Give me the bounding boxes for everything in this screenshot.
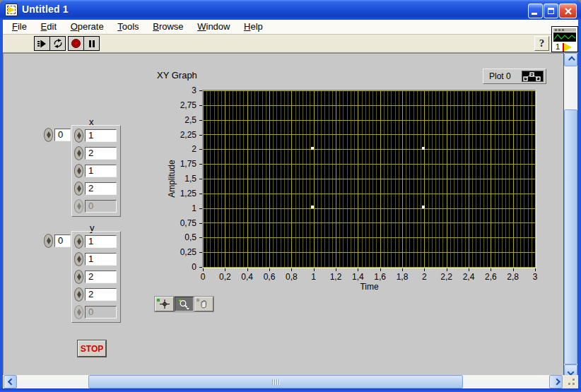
y-element-input[interactable]: 2 bbox=[85, 271, 117, 283]
y-tick-label: 1,75 bbox=[180, 159, 196, 169]
chevron-left-icon bbox=[8, 379, 15, 386]
y-tick-mark bbox=[199, 164, 202, 165]
menu-item-operate[interactable]: Operate bbox=[69, 20, 106, 34]
y-tick-label: 0 bbox=[192, 262, 196, 272]
x-element-spinner[interactable] bbox=[74, 182, 83, 196]
x-element-input[interactable]: 1 bbox=[85, 129, 117, 142]
x-tick-mark bbox=[402, 268, 403, 271]
y-element-input[interactable]: 2 bbox=[85, 288, 117, 301]
scroll-up-button[interactable] bbox=[564, 53, 577, 66]
run-button[interactable] bbox=[34, 36, 50, 51]
x-tick-mark bbox=[203, 268, 204, 271]
data-point-marker bbox=[422, 147, 425, 150]
data-point-marker bbox=[311, 206, 314, 208]
labview-vi-icon[interactable] bbox=[5, 4, 18, 16]
scroll-right-button[interactable] bbox=[549, 375, 563, 388]
abort-icon bbox=[71, 38, 81, 49]
plot-area[interactable] bbox=[203, 90, 536, 268]
x-tick-mark bbox=[491, 268, 491, 271]
x-element-input[interactable]: 2 bbox=[85, 147, 117, 160]
pause-button[interactable] bbox=[83, 36, 100, 51]
y-element-input[interactable]: 1 bbox=[85, 235, 117, 248]
run-continuous-icon bbox=[52, 38, 64, 49]
y-index-input[interactable]: 0 bbox=[54, 234, 71, 247]
chevron-up-icon bbox=[568, 57, 575, 64]
y-tick-mark bbox=[199, 194, 202, 194]
menu-item-tools[interactable]: Tools bbox=[115, 20, 141, 34]
menubar: File Edit Operate Tools Browse Window He… bbox=[3, 20, 578, 35]
x-tick-mark bbox=[358, 268, 358, 271]
scroll-left-button[interactable] bbox=[4, 375, 17, 388]
zoom-tool-button[interactable] bbox=[175, 297, 194, 311]
abort-button[interactable] bbox=[68, 36, 84, 51]
toolbar: ? bbox=[3, 35, 578, 53]
x-tick-label: 1,6 bbox=[374, 272, 386, 282]
cursor-tool-button[interactable] bbox=[155, 297, 174, 311]
menu-item-edit[interactable]: Edit bbox=[39, 20, 59, 34]
menu-item-file[interactable]: File bbox=[10, 20, 29, 34]
x-tick-label: 1,8 bbox=[397, 272, 409, 282]
y-element-input[interactable]: 1 bbox=[85, 253, 117, 266]
x-axis-title: Time bbox=[203, 282, 536, 292]
y-tick-label: 0,75 bbox=[180, 218, 196, 228]
context-help-button[interactable]: ? bbox=[534, 36, 549, 51]
minimize-button[interactable] bbox=[528, 4, 543, 18]
x-element-spinner[interactable] bbox=[74, 146, 83, 160]
maximize-button[interactable] bbox=[544, 4, 558, 18]
y-tick-mark bbox=[199, 252, 202, 253]
y-element-spinner[interactable] bbox=[74, 287, 83, 302]
minimize-icon bbox=[532, 13, 537, 15]
y-element-spinner[interactable] bbox=[74, 252, 83, 266]
run-continuous-button[interactable] bbox=[49, 36, 66, 51]
pause-icon bbox=[88, 40, 96, 48]
xy-graph-label[interactable]: XY Graph bbox=[157, 70, 197, 81]
x-element-spinner[interactable] bbox=[74, 164, 83, 178]
horizontal-scrollbar-thumb[interactable] bbox=[88, 375, 463, 388]
x-element-input[interactable]: 1 bbox=[85, 165, 117, 177]
x-tick-label: 2,2 bbox=[440, 272, 452, 282]
front-panel-icon[interactable]: 1 bbox=[551, 26, 578, 52]
menu-item-browse[interactable]: Browse bbox=[151, 20, 185, 34]
titlebar[interactable]: Untitled 1 bbox=[0, 0, 581, 20]
close-icon bbox=[564, 7, 573, 16]
x-element-input-disabled: 0 bbox=[85, 200, 117, 213]
y-tick-mark bbox=[199, 135, 202, 136]
window-border bbox=[0, 388, 581, 392]
y-axis-title: Amplitude bbox=[167, 160, 177, 197]
x-tick-mark bbox=[247, 268, 248, 271]
stop-button[interactable]: STOP bbox=[78, 340, 106, 357]
y-index-spinner[interactable] bbox=[44, 234, 53, 248]
y-element-spinner[interactable] bbox=[74, 234, 83, 249]
menu-item-help[interactable]: Help bbox=[242, 20, 265, 34]
hand-icon bbox=[199, 299, 210, 309]
x-index-input[interactable]: 0 bbox=[54, 129, 71, 141]
x-element-input[interactable]: 2 bbox=[85, 182, 117, 195]
pan-tool-button[interactable] bbox=[194, 297, 213, 311]
x-tick-label: 2,8 bbox=[507, 272, 519, 282]
maximize-icon bbox=[548, 8, 554, 14]
x-index-spinner[interactable] bbox=[44, 128, 53, 142]
x-tick-label: 1 bbox=[311, 272, 316, 282]
window-title: Untitled 1 bbox=[22, 4, 69, 15]
x-tick-label: 3 bbox=[533, 272, 538, 282]
y-element-spinner[interactable] bbox=[74, 270, 83, 284]
x-tick-mark bbox=[535, 268, 536, 271]
x-tick-mark bbox=[469, 268, 469, 271]
crosshair-icon bbox=[159, 299, 170, 309]
plot-style-glyph[interactable] bbox=[522, 71, 544, 82]
x-element-spinner[interactable] bbox=[74, 129, 83, 143]
labview-front-panel-window: Untitled 1 File Edit Operate Tools Brows… bbox=[0, 0, 581, 392]
plot-legend[interactable]: Plot 0 bbox=[483, 69, 546, 84]
x-tick-label: 1,2 bbox=[330, 272, 342, 282]
y-tick-label: 3 bbox=[192, 85, 196, 95]
y-tick-mark bbox=[199, 120, 202, 121]
menu-item-window[interactable]: Window bbox=[195, 20, 232, 34]
x-tick-label: 2,4 bbox=[463, 272, 475, 282]
vertical-scrollbar-thumb[interactable] bbox=[564, 109, 577, 364]
y-tick-mark bbox=[199, 105, 202, 106]
resize-grip[interactable] bbox=[563, 375, 578, 388]
x-element-spinner-disabled bbox=[74, 199, 83, 213]
y-tick-label: 1,25 bbox=[180, 189, 196, 198]
y-tick-label: 2 bbox=[192, 144, 196, 154]
close-button[interactable] bbox=[559, 4, 577, 18]
